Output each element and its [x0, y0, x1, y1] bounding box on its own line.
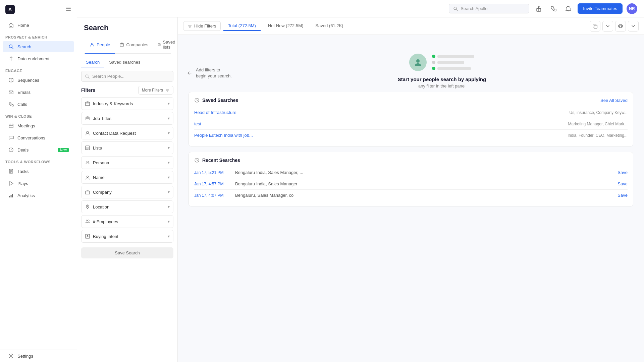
sidebar-item-plays[interactable]: Plays	[3, 178, 74, 189]
sidebar-item-label: Tasks	[17, 169, 29, 174]
dot-green-2	[432, 67, 435, 70]
arrow-text: Add filters tobegin your search.	[183, 47, 232, 79]
sidebar-item-home[interactable]: Home	[3, 19, 74, 31]
saved-item-2: People Edtech India with job... India, F…	[194, 130, 628, 141]
recent-item-save-1[interactable]: Save	[618, 181, 628, 186]
left-arrow-icon	[186, 70, 193, 76]
chevron-down-icon: ▾	[168, 101, 170, 106]
topbar: Search Apollo Invite Teammates NR	[77, 0, 644, 17]
svg-point-21	[10, 355, 12, 357]
main-tabs: People Companies Saved lists	[84, 36, 171, 54]
export-icon[interactable]	[590, 21, 600, 32]
user-avatar[interactable]: NR	[627, 3, 637, 14]
main-area: Search Apollo Invite Teammates NR Search…	[77, 0, 644, 362]
emails-icon	[8, 89, 14, 95]
svg-point-59	[86, 220, 88, 221]
empty-state-row: Add filters tobegin your search.	[183, 40, 639, 92]
search-people-placeholder: Search People...	[92, 74, 124, 79]
filter-employees[interactable]: # Employees ▾	[81, 215, 173, 228]
svg-line-64	[87, 236, 88, 237]
tab-companies-label: Companies	[126, 42, 148, 47]
filter-tab-search[interactable]: Search	[81, 58, 104, 67]
saved-item-name-2[interactable]: People Edtech India with job...	[194, 133, 253, 138]
line-1	[437, 55, 474, 58]
bell-icon[interactable]	[563, 3, 574, 14]
save-search-button[interactable]: Save Search	[81, 247, 173, 258]
filter-company[interactable]: Company ▾	[81, 186, 173, 198]
filter-contact-data[interactable]: Contact Data Request ▾	[81, 127, 173, 139]
sidebar-logo: A	[0, 0, 77, 19]
saved-item-1: test Marketing Manager, Chief Mark...	[194, 118, 628, 130]
filter-persona[interactable]: Persona ▾	[81, 156, 173, 169]
filter-lists[interactable]: Lists ▾	[81, 141, 173, 154]
svg-point-71	[620, 25, 622, 27]
page-header: Search People Companies Saved lists	[77, 17, 177, 54]
deals-badge: New	[58, 148, 69, 152]
sidebar-item-search[interactable]: Search	[3, 41, 74, 52]
svg-line-62	[87, 235, 88, 236]
recent-item-save-0[interactable]: Save	[618, 170, 628, 175]
sidebar-item-conversations[interactable]: Conversations	[3, 132, 74, 143]
empty-state-heading: Start your people search by applying	[398, 76, 486, 82]
svg-point-58	[87, 206, 88, 207]
tab-people[interactable]: People	[85, 36, 115, 54]
recent-item-desc-0: Bengaluru India, Sales Manager, ...	[231, 170, 618, 175]
line-3	[437, 67, 471, 70]
view-dropdown-icon[interactable]	[628, 21, 639, 32]
more-filters-button[interactable]: More Filters	[138, 86, 173, 95]
sidebar-item-data-enrichment[interactable]: Data enrichment	[3, 53, 74, 64]
sidebar-section-prospect: Prospect & enrich	[0, 31, 77, 41]
sidebar-item-sequences[interactable]: Sequences	[3, 74, 74, 86]
count-tab-total[interactable]: Total (272.5M)	[223, 21, 261, 31]
search-people-input[interactable]: Search People...	[81, 71, 173, 82]
phone-icon[interactable]	[548, 3, 559, 14]
see-all-saved-link[interactable]: See All Saved	[600, 98, 628, 103]
search-apollo-input[interactable]: Search Apollo	[449, 4, 529, 13]
contact-icon	[85, 130, 90, 136]
gift-icon[interactable]	[533, 3, 544, 14]
tab-companies[interactable]: Companies	[115, 36, 153, 54]
right-header: Hide Filters Total (272.5M) Net New (272…	[178, 17, 644, 35]
app-logo[interactable]: A	[5, 5, 15, 14]
chevron-down-icon: ▾	[168, 204, 170, 209]
count-tab-saved[interactable]: Saved (61.2K)	[311, 21, 348, 31]
tab-saved-lists[interactable]: Saved lists	[153, 36, 178, 54]
sidebar-item-tasks[interactable]: Tasks	[3, 166, 74, 177]
deals-icon	[8, 147, 14, 153]
hide-filters-button[interactable]: Hide Filters	[183, 21, 221, 31]
recent-item-1: Jan 17, 4:57 PM Bengaluru India, Sales M…	[194, 178, 628, 190]
name-icon	[85, 175, 90, 180]
svg-rect-29	[121, 43, 122, 44]
sidebar-item-label: Calls	[17, 102, 27, 107]
filter-location[interactable]: Location ▾	[81, 200, 173, 213]
filter-tab-saved[interactable]: Saved searches	[104, 58, 145, 67]
saved-item-name-0[interactable]: Head of Infrastructure	[194, 110, 236, 115]
sidebar-item-meetings[interactable]: Meetings	[3, 120, 74, 131]
svg-rect-20	[12, 194, 13, 197]
filter-job-titles[interactable]: Job Titles ▾	[81, 112, 173, 125]
recent-item-save-2[interactable]: Save	[618, 193, 628, 198]
filter-industry-keywords[interactable]: Industry & Keywords ▾	[81, 97, 173, 110]
sidebar-item-deals[interactable]: Deals New	[3, 144, 74, 156]
sidebar-item-analytics[interactable]: Analytics	[3, 190, 74, 201]
filter-name[interactable]: Name ▾	[81, 171, 173, 184]
view-icon[interactable]	[615, 21, 626, 32]
count-tab-net-new[interactable]: Net New (272.5M)	[263, 21, 308, 31]
dropdown-icon[interactable]	[602, 21, 613, 32]
sidebar-toggle-icon[interactable]	[65, 6, 71, 13]
sidebar-section-win: Win & close	[0, 110, 77, 120]
filter-buying-intent[interactable]: Buying Intent ▾	[81, 230, 173, 243]
sidebar-item-label: Data enrichment	[17, 56, 49, 61]
sidebar-item-emails[interactable]: Emails	[3, 86, 74, 98]
people-icon	[90, 42, 95, 47]
empty-state-subheading: any filter in the left panel	[398, 83, 486, 88]
left-panel: Search People Companies Saved lists	[77, 17, 178, 362]
sidebar-item-calls[interactable]: Calls	[3, 99, 74, 110]
filter-label: Location	[93, 204, 109, 209]
companies-icon	[119, 42, 124, 47]
recent-item-date-2: Jan 17, 4:07 PM	[194, 193, 231, 198]
saved-item-name-1[interactable]: test	[194, 121, 201, 126]
svg-rect-18	[9, 196, 10, 197]
invite-teammates-button[interactable]: Invite Teammates	[578, 3, 623, 14]
sidebar-item-settings[interactable]: Settings	[3, 350, 74, 362]
